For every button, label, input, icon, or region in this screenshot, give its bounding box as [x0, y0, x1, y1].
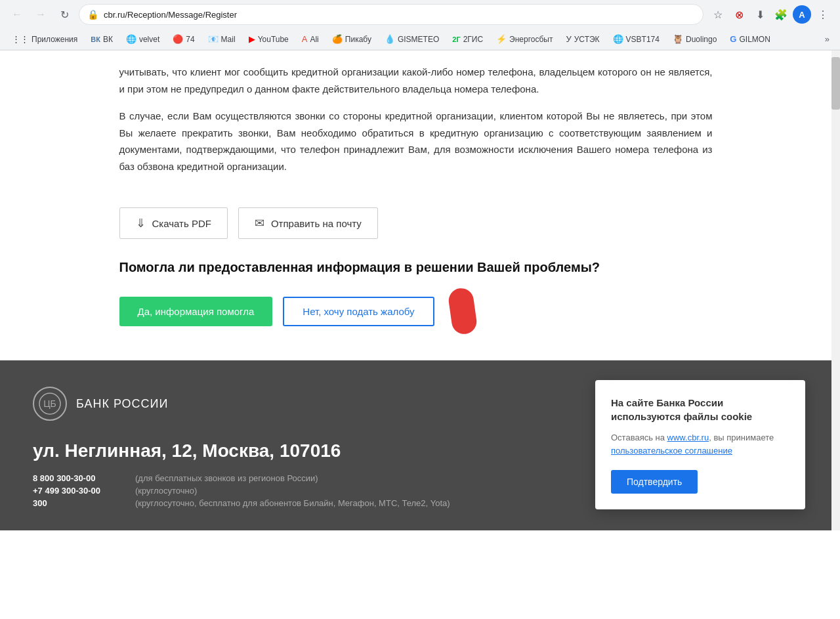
phone-number-3: 300 [33, 498, 125, 508]
cookie-text-after: , вы принимаете [709, 433, 774, 442]
phone-desc-1: (для бесплатных звонков из регионов Росс… [135, 473, 318, 483]
cbr-logo: ЦБ [33, 387, 67, 421]
cookie-text: Оставаясь на www.cbr.ru, вы принимаете п… [611, 431, 789, 457]
bookmark-star-button[interactable]: ☆ [709, 5, 727, 24]
more-options-button[interactable]: ⋮ [814, 5, 832, 24]
extension-download-button[interactable]: ⬇ [751, 5, 769, 24]
url-text: cbr.ru/Reception/Message/Register [104, 10, 237, 20]
red-decoration [447, 287, 478, 336]
bookmark-youtube[interactable]: ▶ YouTube [243, 33, 294, 45]
action-buttons-row: ⇓ Скачать PDF ✉ Отправить на почту [119, 207, 713, 239]
feedback-section: Помогла ли предоставленная информация в … [119, 260, 713, 334]
send-email-button[interactable]: ✉ Отправить на почту [238, 207, 378, 239]
profile-avatar-button[interactable]: A [793, 5, 811, 24]
bookmark-74[interactable]: 🔴 74 [167, 33, 200, 45]
browser-chrome: ← → ↻ 🔒 cbr.ru/Reception/Message/Registe… [0, 0, 840, 51]
cookie-text-before: Оставаясь на [611, 433, 667, 442]
ali-icon: A [302, 34, 308, 44]
bookmark-ali[interactable]: A Ali [297, 33, 324, 45]
cookie-title: На сайте Банка России используются файлы… [611, 396, 789, 423]
back-button[interactable]: ← [8, 5, 26, 24]
svg-text:ЦБ: ЦБ [43, 398, 56, 409]
bookmark-gismeteo[interactable]: 💧 GISMETEO [379, 33, 444, 45]
reload-button[interactable]: ↻ [55, 5, 74, 24]
bookmark-mail[interactable]: 📧 Mail [203, 33, 241, 45]
toolbar-actions: ☆ ⊗ ⬇ 🧩 A ⋮ [709, 5, 832, 24]
no-feedback-button[interactable]: Нет, хочу подать жалобу [283, 297, 434, 326]
lock-icon: 🔒 [87, 9, 98, 20]
feedback-buttons-row: Да, информация помогла Нет, хочу подать … [119, 288, 713, 334]
footer: ЦБ Банк России ул. Неглинная, 12, Москва… [0, 360, 831, 530]
email-icon: ✉ [255, 216, 264, 230]
forward-button[interactable]: → [32, 5, 50, 24]
apps-icon: ⋮⋮ [12, 34, 29, 44]
page-scroll-area: учитывать, что клиент мог сообщить креди… [0, 51, 840, 530]
download-pdf-button[interactable]: ⇓ Скачать PDF [119, 207, 228, 239]
article-para2: В случае, если Вам осуществляются звонки… [119, 108, 713, 175]
gismeteo-icon: 💧 [385, 34, 395, 44]
bookmark-pikabu[interactable]: 🍊 Пикабу [327, 33, 377, 45]
bookmark-vsbt[interactable]: 🌐 VSBT174 [608, 33, 665, 45]
address-bar[interactable]: 🔒 cbr.ru/Reception/Message/Register [79, 4, 704, 25]
pikabu-icon: 🍊 [332, 34, 343, 44]
cookie-confirm-button[interactable]: Подтвердить [611, 470, 698, 494]
phone-desc-2: (круглосуточно) [135, 486, 197, 496]
phone-number-2: +7 499 300-30-00 [33, 486, 125, 496]
extension-puzzle-button[interactable]: 🧩 [772, 5, 790, 24]
download-pdf-label: Скачать PDF [152, 218, 211, 229]
ustek-icon: У [566, 34, 571, 44]
74-icon: 🔴 [173, 34, 183, 44]
send-email-label: Отправить на почту [271, 218, 362, 229]
cookie-link-cbr[interactable]: www.cbr.ru [667, 433, 709, 442]
article-content: учитывать, что клиент мог сообщить креди… [88, 51, 744, 334]
scrollbar-thumb[interactable] [831, 57, 840, 110]
cookie-link-agreement[interactable]: пользовательское соглашение [611, 446, 732, 456]
mail-icon: 📧 [208, 34, 219, 44]
phone-desc-3: (круглосуточно, бесплатно для абонентов … [135, 498, 450, 508]
bookmark-ustek[interactable]: У УСТЭК [560, 33, 604, 45]
page-wrapper: учитывать, что клиент мог сообщить креди… [0, 51, 840, 530]
article-para1: учитывать, что клиент мог сообщить креди… [119, 64, 713, 97]
feedback-question: Помогла ли предоставленная информация в … [119, 260, 713, 275]
bookmark-2gis[interactable]: 2Г 2ГИС [447, 33, 488, 45]
vk-icon: ВК [91, 35, 100, 43]
bookmarks-bar: ⋮⋮ Приложения ВК ВК 🌐 velvet 🔴 74 📧 Mail… [0, 29, 840, 50]
gilmon-icon: G [730, 34, 736, 44]
bookmark-gilmon[interactable]: G GILMON [724, 33, 775, 45]
bookmark-apps[interactable]: ⋮⋮ Приложения [7, 33, 83, 45]
article-text: учитывать, что клиент мог сообщить креди… [119, 51, 713, 192]
bookmarks-more-button[interactable]: » [821, 33, 833, 45]
bookmark-energy[interactable]: ⚡ Энергосбыт [491, 33, 558, 45]
energy-icon: ⚡ [496, 34, 507, 44]
bookmark-velvet[interactable]: 🌐 velvet [121, 33, 165, 45]
vsbt-icon: 🌐 [613, 34, 623, 44]
footer-bank-name: Банк России [76, 397, 168, 411]
browser-toolbar: ← → ↻ 🔒 cbr.ru/Reception/Message/Registe… [0, 0, 840, 29]
velvet-icon: 🌐 [126, 34, 136, 44]
youtube-icon: ▶ [249, 34, 255, 44]
download-icon: ⇓ [136, 216, 146, 230]
2gis-icon: 2Г [452, 35, 460, 43]
extension-red-button[interactable]: ⊗ [730, 5, 748, 24]
cbr-logo-svg: ЦБ [38, 392, 62, 416]
bookmark-duolingo[interactable]: 🦉 Duolingo [667, 33, 722, 45]
bookmark-vk[interactable]: ВК ВК [85, 33, 118, 45]
phone-number-1: 8 800 300-30-00 [33, 473, 125, 483]
duolingo-icon: 🦉 [673, 34, 683, 44]
yes-feedback-button[interactable]: Да, информация помогла [119, 297, 273, 326]
cookie-popup: На сайте Банка России используются файлы… [595, 380, 805, 509]
scrollbar[interactable] [831, 51, 840, 530]
